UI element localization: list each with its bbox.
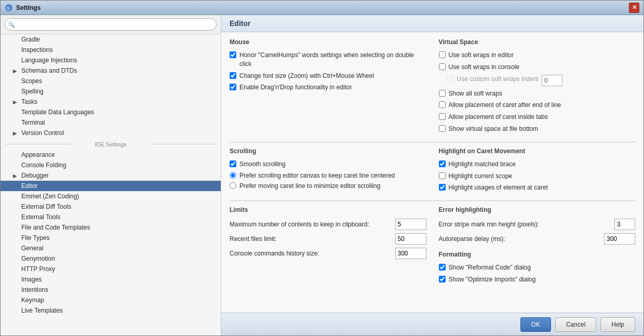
font-zoom-row: Change font size (Zoom) with Ctrl+Mouse … xyxy=(230,72,426,80)
recent-files-input[interactable] xyxy=(395,233,426,245)
highlight-brace-checkbox[interactable] xyxy=(439,160,446,167)
reformat-dialog-row: Show "Reformat Code" dialog xyxy=(439,263,636,272)
caret-after-end-row: Allow placement of caret after end of li… xyxy=(439,101,636,110)
camelhumps-checkbox[interactable] xyxy=(230,51,236,58)
custom-soft-wraps-input[interactable] xyxy=(542,75,562,86)
show-all-soft-wraps-row: Show all soft wraps xyxy=(439,89,636,98)
clipboard-limit-row: Maximum number of contents to keep in cl… xyxy=(230,219,426,230)
font-zoom-checkbox[interactable] xyxy=(230,72,236,79)
prefer-center-row: Prefer scrolling editor canvas to keep c… xyxy=(230,172,426,179)
highlight-brace-label: Highlight matched brace xyxy=(449,160,516,169)
optimize-imports-checkbox[interactable] xyxy=(439,276,446,283)
expand-arrow-icon: ▶ xyxy=(13,130,19,136)
soft-wraps-console-row: Use soft wraps in console xyxy=(439,63,636,72)
optimize-imports-row: Show "Optimize Imports" dialog xyxy=(439,275,636,284)
scrolling-section: Scrolling Smooth scrolling Prefer scroll… xyxy=(230,147,426,195)
formatting-section: Formatting Show "Reformat Code" dialog S… xyxy=(439,251,636,284)
custom-soft-wraps-checkbox[interactable] xyxy=(447,75,454,82)
sidebar-item-version-control[interactable]: ▶ Version Control xyxy=(1,128,221,138)
expand-arrow-icon: ▶ xyxy=(13,99,19,105)
sidebar-item-spelling[interactable]: Spelling xyxy=(1,86,221,97)
panel-body: Mouse Honor "CamelHumps" words settings … xyxy=(221,32,643,313)
caret-after-end-label: Allow placement of caret after end of li… xyxy=(449,101,561,110)
sidebar-item-scopes[interactable]: Scopes xyxy=(1,76,221,86)
sidebar-item-template-data[interactable]: Template Data Languages xyxy=(1,107,221,117)
expand-arrow-icon: ▶ xyxy=(13,68,19,74)
soft-wraps-console-checkbox[interactable] xyxy=(439,63,446,70)
highlight-usages-checkbox[interactable] xyxy=(439,184,446,191)
sidebar: Gradle Inspections Language Injections ▶… xyxy=(1,15,221,335)
sidebar-item-appearance[interactable]: Appearance xyxy=(1,150,221,160)
sidebar-item-language-injections[interactable]: Language Injections xyxy=(1,55,221,65)
panel-title: Editor xyxy=(230,19,635,28)
stripe-height-label: Error stripe mark min height (pixels): xyxy=(439,221,611,228)
sidebar-item-schemas-dtds[interactable]: ▶ Schemas and DTDs xyxy=(1,65,221,76)
sidebar-item-editor[interactable]: Editor xyxy=(1,181,221,191)
soft-wraps-editor-checkbox[interactable] xyxy=(439,51,446,58)
sidebar-item-file-code-templates[interactable]: File and Code Templates xyxy=(1,222,221,233)
window-title: Settings xyxy=(16,4,629,11)
highlight-title: Highlight on Caret Movement xyxy=(439,147,636,156)
show-all-soft-wraps-label: Show all soft wraps xyxy=(449,89,502,98)
sidebar-item-http-proxy[interactable]: HTTP Proxy xyxy=(1,264,221,274)
sidebar-item-emmet[interactable]: Emmet (Zen Coding) xyxy=(1,191,221,201)
highlight-scope-label: Highlight current scope xyxy=(449,172,513,181)
sidebar-item-gradle[interactable]: Gradle xyxy=(1,34,221,45)
camelhumps-label: Honor "CamelHumps" words settings when s… xyxy=(239,51,426,69)
highlight-section: Highlight on Caret Movement Highlight ma… xyxy=(439,147,636,195)
close-button[interactable]: ✕ xyxy=(629,3,639,13)
sidebar-item-live-templates[interactable]: Live Templates xyxy=(1,305,221,316)
caret-inside-tabs-label: Allow placement of caret inside tabs xyxy=(449,113,548,122)
optimize-imports-label: Show "Optimize Imports" dialog xyxy=(449,275,536,284)
sidebar-item-keymap[interactable]: Keymap xyxy=(1,295,221,305)
virtual-space-section: Virtual Space Use soft wraps in editor U… xyxy=(439,38,636,137)
sidebar-item-file-types[interactable]: File Types xyxy=(1,233,221,243)
reformat-dialog-checkbox[interactable] xyxy=(439,264,446,271)
show-all-soft-wraps-checkbox[interactable] xyxy=(439,90,446,97)
prefer-center-label: Prefer scrolling editor canvas to keep c… xyxy=(239,172,395,179)
error-highlighting-title: Error highlighting xyxy=(439,206,636,214)
sidebar-item-tasks[interactable]: ▶ Tasks xyxy=(1,97,221,107)
virtual-space-title: Virtual Space xyxy=(439,38,636,47)
top-section-row: Mouse Honor "CamelHumps" words settings … xyxy=(230,38,635,137)
clipboard-limit-input[interactable] xyxy=(395,219,426,230)
ok-button[interactable]: OK xyxy=(520,317,551,332)
highlight-usages-row: Highlight usages of element at caret xyxy=(439,183,636,192)
highlight-scope-row: Highlight current scope xyxy=(439,172,636,181)
custom-soft-wraps-label: Use custom soft wraps indent xyxy=(457,75,539,84)
sidebar-item-console-folding[interactable]: Console Folding xyxy=(1,160,221,170)
virtual-space-bottom-checkbox[interactable] xyxy=(439,125,446,132)
drag-drop-checkbox[interactable] xyxy=(230,84,236,90)
sidebar-item-external-diff[interactable]: External Diff Tools xyxy=(1,201,221,212)
console-history-row: Console commands history size: xyxy=(230,248,426,259)
caret-inside-tabs-checkbox[interactable] xyxy=(439,113,446,120)
smooth-scrolling-checkbox[interactable] xyxy=(230,160,236,167)
prefer-minimize-row: Prefer moving caret line to minimize edi… xyxy=(230,182,426,190)
highlight-scope-checkbox[interactable] xyxy=(439,172,446,179)
sidebar-item-general[interactable]: General xyxy=(1,243,221,253)
prefer-minimize-label: Prefer moving caret line to minimize edi… xyxy=(239,182,380,190)
search-input[interactable] xyxy=(5,18,217,31)
autoreparse-label: Autoreparse delay (ms): xyxy=(439,235,600,243)
expand-arrow-icon: ▶ xyxy=(13,173,19,179)
soft-wraps-editor-label: Use soft wraps in editor xyxy=(449,51,514,60)
console-history-input[interactable] xyxy=(395,248,426,259)
sidebar-item-intentions[interactable]: Intentions xyxy=(1,285,221,295)
caret-after-end-checkbox[interactable] xyxy=(439,101,446,108)
smooth-scrolling-row: Smooth scrolling xyxy=(230,160,426,169)
sidebar-item-external-tools[interactable]: External Tools xyxy=(1,212,221,222)
prefer-minimize-radio[interactable] xyxy=(230,182,236,189)
mouse-title: Mouse xyxy=(230,38,426,47)
sidebar-item-inspections[interactable]: Inspections xyxy=(1,45,221,55)
help-button[interactable]: Help xyxy=(600,317,635,332)
cancel-button[interactable]: Cancel xyxy=(555,317,596,332)
divider-1 xyxy=(230,142,635,142)
sidebar-item-genymotion[interactable]: Genymotion xyxy=(1,253,221,264)
console-history-label: Console commands history size: xyxy=(230,250,391,257)
prefer-center-radio[interactable] xyxy=(230,172,236,179)
autoreparse-input[interactable] xyxy=(604,233,635,245)
sidebar-item-images[interactable]: Images xyxy=(1,274,221,285)
sidebar-item-terminal[interactable]: Terminal xyxy=(1,117,221,128)
stripe-height-input[interactable] xyxy=(614,219,635,230)
sidebar-item-debugger[interactable]: ▶ Debugger xyxy=(1,170,221,181)
